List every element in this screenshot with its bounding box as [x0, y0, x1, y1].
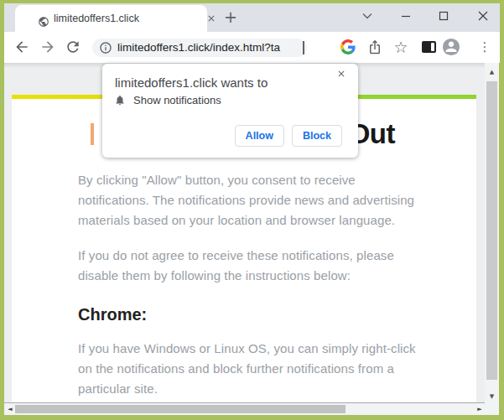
heading-emoji-sliver [91, 123, 94, 145]
bookmark-star-icon[interactable]: ☆ [392, 37, 409, 57]
page-info-icon[interactable] [99, 41, 112, 54]
text-caret [303, 41, 304, 54]
maximize-icon [439, 11, 449, 21]
vertical-scrollbar[interactable]: ▲ ▼ [485, 63, 499, 403]
permission-label: Show notifications [133, 94, 221, 106]
globe-favicon-icon [38, 16, 49, 28]
browser-tab[interactable]: limitedoffers1.click [15, 5, 207, 32]
google-logo-icon[interactable] [340, 39, 356, 54]
side-panel-slit [431, 43, 434, 51]
scroll-left-arrow-icon[interactable]: ◄ [5, 403, 15, 415]
tab-close-icon[interactable] [206, 13, 216, 23]
browser-menu-icon[interactable]: ⋮ [478, 37, 491, 57]
profile-avatar[interactable] [442, 38, 460, 56]
side-panel-icon[interactable] [422, 41, 436, 53]
paragraph-instructions: If you have Windows or Linux OS, you can… [78, 339, 462, 399]
horizontal-scrollbar[interactable]: ◄ ► [4, 403, 485, 415]
new-tab-button[interactable]: + [221, 7, 241, 27]
allow-button[interactable]: Allow [235, 125, 284, 147]
bell-icon [114, 94, 126, 106]
back-button[interactable] [13, 39, 30, 55]
scroll-right-arrow-icon[interactable]: ► [475, 403, 485, 415]
dialog-close-icon[interactable] [336, 69, 346, 79]
block-button[interactable]: Block [292, 125, 342, 147]
address-bar[interactable]: limitedoffers1.click/index.html?ta [92, 39, 307, 57]
dialog-buttons: Allow Block [235, 125, 342, 147]
minimize-icon [401, 11, 411, 21]
share-icon[interactable] [367, 39, 382, 54]
paragraph-disagree: If you do not agree to receive these not… [78, 246, 462, 286]
scroll-up-arrow-icon[interactable]: ▲ [485, 66, 499, 78]
dialog-title: limitedoffers1.click wants to [115, 75, 268, 91]
chevron-down-icon [362, 13, 372, 19]
chrome-section-heading: Chrome: [78, 303, 147, 325]
refresh-button[interactable] [65, 39, 81, 55]
window-close-button[interactable] [470, 3, 496, 29]
window-maximize-button[interactable] [431, 3, 456, 29]
url-text[interactable]: limitedoffers1.click/index.html?ta [117, 39, 280, 57]
vertical-scrollbar-thumb[interactable] [486, 81, 497, 380]
scrollbar-corner [485, 403, 499, 415]
forward-button[interactable] [39, 39, 56, 55]
tab-title: limitedoffers1.click [54, 5, 139, 32]
permission-row: Show notifications [114, 94, 221, 106]
close-icon [478, 11, 488, 21]
browser-window: limitedoffers1.click + limitedoffers1.cl… [0, 0, 504, 420]
horizontal-scrollbar-thumb[interactable] [15, 405, 346, 413]
window-menu-chevron-button[interactable] [355, 3, 380, 29]
paragraph-consent: By clicking "Allow" button, you consent … [78, 170, 462, 231]
scroll-down-arrow-icon[interactable]: ▼ [485, 391, 499, 402]
notification-permission-dialog: limitedoffers1.click wants to Show notif… [102, 64, 358, 158]
window-minimize-button[interactable] [393, 3, 418, 29]
